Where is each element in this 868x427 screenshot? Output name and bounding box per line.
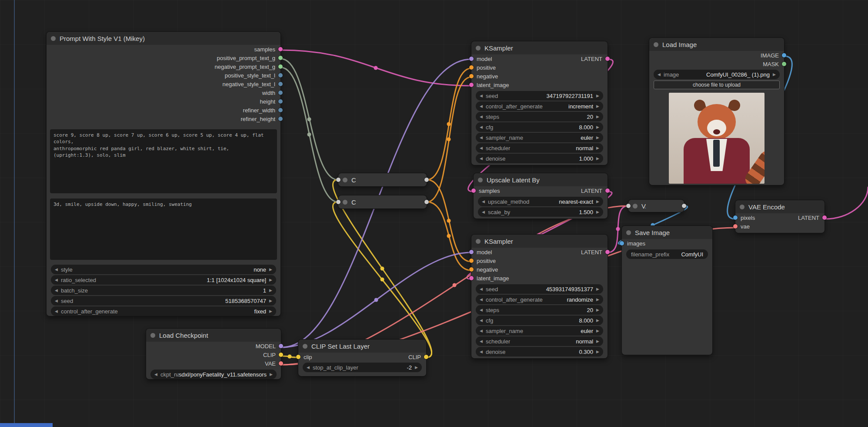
right-arrow-icon[interactable]: ▶ xyxy=(596,210,599,214)
node-header[interactable]: CLIP Set Last Layer xyxy=(298,340,426,353)
right-arrow-icon[interactable]: ▶ xyxy=(415,365,418,370)
output-clip-dot[interactable] xyxy=(279,353,283,357)
left-arrow-icon[interactable]: ◀ xyxy=(480,114,483,119)
widget-seed[interactable]: ◀ seed 5185368570747 ▶ xyxy=(51,296,276,306)
right-arrow-icon[interactable]: ▶ xyxy=(269,267,272,272)
node-upscale-latent-by[interactable]: Upscale Latent By samples LATENT ◀ upsca… xyxy=(473,173,608,219)
widget-seed[interactable]: ◀ seed 453931749351377 ▶ xyxy=(476,284,603,294)
left-arrow-icon[interactable]: ◀ xyxy=(480,156,483,161)
left-arrow-icon[interactable]: ◀ xyxy=(55,309,58,313)
widget-steps[interactable]: ◀ steps 20 ▶ xyxy=(476,305,603,315)
widget-control-after-generate[interactable]: ◀ control_after_generate randomize ▶ xyxy=(476,295,603,304)
output-samples-dot[interactable] xyxy=(278,47,283,51)
right-arrow-icon[interactable]: ▶ xyxy=(773,72,776,77)
node-header[interactable]: Upscale Latent By xyxy=(474,173,608,186)
left-arrow-icon[interactable]: ◀ xyxy=(480,94,483,98)
node-ksampler-1[interactable]: KSampler model LATENT positive negative … xyxy=(471,41,608,165)
widget-denoise[interactable]: ◀ denoise 0.300 ▶ xyxy=(476,347,603,356)
right-arrow-icon[interactable]: ▶ xyxy=(269,309,272,313)
input-images-dot[interactable] xyxy=(620,241,624,245)
collapse-dot-icon[interactable] xyxy=(654,42,658,47)
output-negative-prompt-text-dot[interactable] xyxy=(278,64,283,69)
right-arrow-icon[interactable]: ▶ xyxy=(596,339,599,343)
node-ksampler-2[interactable]: KSampler model LATENT positive negative … xyxy=(471,234,608,359)
node-load-image[interactable]: Load Image IMAGE MASK ◀ image ComfyUI_00… xyxy=(649,37,785,185)
right-arrow-icon[interactable]: ▶ xyxy=(269,299,272,303)
right-arrow-icon[interactable]: ▶ xyxy=(596,125,599,129)
widget-filename-prefix[interactable]: filename_prefix ComfyUI xyxy=(626,249,708,259)
right-arrow-icon[interactable]: ▶ xyxy=(596,287,599,291)
output-clip-dot[interactable] xyxy=(424,355,428,359)
collapsed-output-dot[interactable] xyxy=(424,178,429,182)
widget-scheduler[interactable]: ◀ scheduler normal ▶ xyxy=(476,143,603,153)
right-arrow-icon[interactable]: ▶ xyxy=(596,114,599,119)
collapse-dot-icon[interactable] xyxy=(343,178,347,182)
output-latent-dot[interactable] xyxy=(605,57,610,61)
widget-stop-at-clip-layer[interactable]: ◀ stop_at_clip_layer -2 ▶ xyxy=(303,363,422,372)
node-clip-text-encode-1[interactable]: CLIP Text Encode (Pr xyxy=(338,173,427,187)
style-prompt-textarea[interactable]: 3d, smile, upside down, happy, smiling, … xyxy=(50,198,277,260)
collapse-dot-icon[interactable] xyxy=(51,36,56,41)
right-arrow-icon[interactable]: ▶ xyxy=(596,350,599,354)
input-model-dot[interactable] xyxy=(469,250,474,254)
widget-seed[interactable]: ◀ seed 347197922731191 ▶ xyxy=(476,91,603,101)
right-arrow-icon[interactable]: ▶ xyxy=(596,318,599,323)
right-arrow-icon[interactable]: ▶ xyxy=(269,278,272,282)
output-latent-dot[interactable] xyxy=(605,188,610,193)
widget-denoise[interactable]: ◀ denoise 1.000 ▶ xyxy=(476,154,603,163)
node-header[interactable]: Load Checkpoint xyxy=(146,329,281,342)
widget-sampler-name[interactable]: ◀ sampler_name euler ▶ xyxy=(476,326,603,336)
left-arrow-icon[interactable]: ◀ xyxy=(480,287,483,291)
widget-steps[interactable]: ◀ steps 20 ▶ xyxy=(476,112,603,121)
left-arrow-icon[interactable]: ◀ xyxy=(480,125,483,129)
node-vae-encode[interactable]: VAE Encode pixels LATENT vae xyxy=(735,200,825,233)
input-negative-dot[interactable] xyxy=(469,74,474,78)
right-arrow-icon[interactable]: ▶ xyxy=(596,156,599,161)
right-arrow-icon[interactable]: ▶ xyxy=(270,372,273,377)
widget-sampler-name[interactable]: ◀ sampler_name euler ▶ xyxy=(476,133,603,142)
collapse-dot-icon[interactable] xyxy=(476,239,481,244)
left-arrow-icon[interactable]: ◀ xyxy=(55,299,58,303)
right-arrow-icon[interactable]: ▶ xyxy=(596,94,599,98)
node-clip-text-encode-2[interactable]: CLIP Text Encode (Pr xyxy=(338,195,427,209)
collapse-dot-icon[interactable] xyxy=(150,333,155,338)
input-samples-dot[interactable] xyxy=(471,188,476,193)
input-negative-dot[interactable] xyxy=(469,267,474,272)
output-mask-dot[interactable] xyxy=(782,62,786,66)
collapsed-output-dot[interactable] xyxy=(424,200,429,204)
right-arrow-icon[interactable]: ▶ xyxy=(596,199,599,204)
positive-prompt-textarea[interactable]: score 9, score 8 up, score 7 up, score 6… xyxy=(50,129,277,193)
input-pixels-dot[interactable] xyxy=(733,215,738,220)
left-arrow-icon[interactable]: ◀ xyxy=(480,135,483,140)
left-arrow-icon[interactable]: ◀ xyxy=(480,318,483,323)
widget-ratio-selected[interactable]: ◀ ratio_selected 1:1 [1024x1024 square] … xyxy=(51,275,276,285)
widget-upscale-method[interactable]: ◀ upscale_method nearest-exact ▶ xyxy=(478,197,603,206)
input-latent-image-dot[interactable] xyxy=(469,83,474,87)
output-width-dot[interactable] xyxy=(278,91,283,95)
output-positive-prompt-text-dot[interactable] xyxy=(278,56,283,60)
left-arrow-icon[interactable]: ◀ xyxy=(480,339,483,343)
left-arrow-icon[interactable]: ◀ xyxy=(480,297,483,302)
node-header[interactable]: CLIP Text Encode (Pr xyxy=(338,195,360,208)
output-vae-dot[interactable] xyxy=(279,361,283,366)
widget-ckpt-name[interactable]: ◀ ckpt_na sdxl/ponyFaetality_v11.safeten… xyxy=(150,370,277,379)
output-latent-dot[interactable] xyxy=(822,215,827,220)
node-header[interactable]: Load Image xyxy=(649,38,784,51)
collapse-dot-icon[interactable] xyxy=(303,344,307,349)
node-prompt-with-style[interactable]: Prompt With Style V1 (Mikey) samples pos… xyxy=(46,31,281,316)
widget-scale-by[interactable]: ◀ scale_by 1.500 ▶ xyxy=(478,207,603,217)
left-arrow-icon[interactable]: ◀ xyxy=(55,288,58,293)
output-refiner-width-dot[interactable] xyxy=(278,108,283,112)
collapsed-input-dot[interactable] xyxy=(336,178,341,182)
node-graph-canvas[interactable]: Prompt With Style V1 (Mikey) samples pos… xyxy=(0,0,868,427)
node-header[interactable]: VAE Encode xyxy=(735,200,825,213)
widget-control-after-generate[interactable]: ◀ control_after_generate increment ▶ xyxy=(476,101,603,111)
widget-control-after-generate[interactable]: ◀ control_after_generate fixed ▶ xyxy=(51,306,276,316)
node-save-image[interactable]: Save Image images filename_prefix ComfyU… xyxy=(621,225,713,355)
right-arrow-icon[interactable]: ▶ xyxy=(596,329,599,333)
right-arrow-icon[interactable]: ▶ xyxy=(596,297,599,302)
right-arrow-icon[interactable]: ▶ xyxy=(596,104,599,108)
node-vae-decode[interactable]: VAE Decode xyxy=(628,199,684,212)
node-header[interactable]: KSampler xyxy=(471,41,608,54)
collapse-dot-icon[interactable] xyxy=(343,200,347,205)
